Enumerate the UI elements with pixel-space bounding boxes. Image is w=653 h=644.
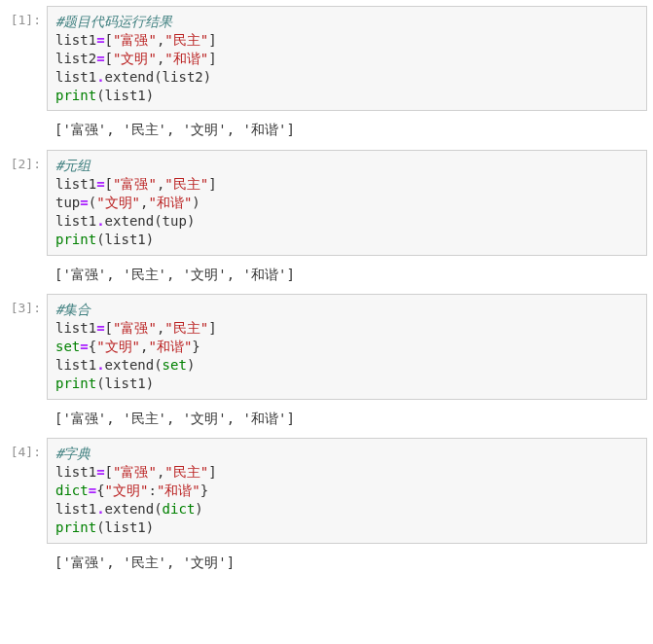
- token-fn: print: [55, 519, 96, 535]
- token-id: extend: [105, 213, 155, 229]
- token-pun: (: [154, 69, 162, 85]
- token-pun: :: [148, 483, 156, 498]
- token-op: .: [96, 357, 104, 373]
- output-cell: ['富强', '民主', '文明']: [0, 548, 647, 579]
- code-area[interactable]: #元组list1=["富强","民主"]tup=("文明","和谐")list1…: [47, 150, 647, 255]
- token-op: =: [96, 32, 104, 48]
- output-cell: ['富强', '民主', '文明', '和谐']: [0, 260, 647, 291]
- token-str: "民主": [164, 464, 208, 480]
- token-str: "民主": [164, 320, 208, 336]
- token-str: "富强": [113, 176, 157, 192]
- token-op: =: [80, 195, 88, 210]
- token-pun: (: [96, 232, 104, 247]
- code-line: print(list1): [55, 519, 638, 537]
- token-fn: print: [55, 376, 96, 391]
- code-line: #集合: [55, 301, 638, 319]
- token-fn: print: [55, 88, 96, 103]
- token-pun: ]: [208, 51, 216, 66]
- code-line: list1.extend(tup): [55, 212, 638, 231]
- token-op: =: [89, 483, 96, 498]
- token-str: "文明": [96, 195, 140, 210]
- code-line: list1.extend(list2): [55, 68, 638, 87]
- code-area[interactable]: #题目代码运行结果list1=["富强","民主"]list2=["文明","和…: [47, 6, 647, 111]
- token-pun: [: [105, 176, 113, 192]
- code-area[interactable]: #集合list1=["富强","民主"]set={"文明","和谐"}list1…: [47, 294, 647, 399]
- token-pun: (: [96, 376, 104, 391]
- token-op: =: [96, 176, 104, 192]
- token-pun: (: [96, 519, 104, 535]
- token-pun: (: [89, 195, 96, 210]
- output-area: ['富强', '民主', '文明']: [47, 548, 647, 579]
- token-pun: [: [105, 51, 113, 66]
- code-line: print(list1): [55, 87, 638, 105]
- output-cell: ['富强', '民主', '文明', '和谐']: [0, 115, 647, 146]
- token-id: list1: [105, 88, 146, 103]
- code-line: #题目代码运行结果: [55, 13, 638, 31]
- token-str: "富强": [113, 464, 157, 480]
- output-prompt: [0, 115, 47, 146]
- output-prompt: [0, 260, 47, 291]
- token-id: extend: [105, 357, 155, 373]
- input-prompt: [1]:: [0, 6, 47, 111]
- token-pun: ]: [208, 176, 216, 192]
- code-line: tup=("文明","和谐"): [55, 194, 638, 212]
- token-pun: ): [187, 213, 195, 229]
- cell-list: [1]:#题目代码运行结果list1=["富强","民主"]list2=["文明…: [0, 6, 647, 578]
- input-prompt: [4]:: [0, 438, 47, 543]
- token-pun: ): [146, 376, 154, 391]
- token-id: list2: [55, 51, 96, 66]
- token-pun: (: [154, 357, 162, 373]
- token-pun: (: [154, 501, 162, 517]
- token-str: "和谐": [157, 483, 200, 498]
- token-op: .: [96, 69, 104, 85]
- token-cmt: #元组: [55, 158, 91, 173]
- token-id: list1: [55, 357, 96, 373]
- token-id: extend: [105, 69, 155, 85]
- code-line: set={"文明","和谐"}: [55, 338, 638, 356]
- code-line: list1=["富强","民主"]: [55, 31, 638, 50]
- token-id: extend: [105, 501, 155, 517]
- token-id: list1: [55, 32, 96, 48]
- token-id: list1: [105, 519, 146, 535]
- output-cell: ['富强', '民主', '文明', '和谐']: [0, 404, 647, 435]
- token-pun: ): [146, 88, 154, 103]
- token-pun: ): [195, 501, 202, 517]
- token-op: .: [96, 501, 104, 517]
- token-pun: ): [146, 519, 154, 535]
- token-pun: {: [89, 339, 96, 354]
- code-area[interactable]: #字典list1=["富强","民主"]dict={"文明":"和谐"}list…: [47, 438, 647, 543]
- token-pun: [: [105, 464, 113, 480]
- token-str: "富强": [113, 32, 157, 48]
- token-id: list1: [55, 501, 96, 517]
- code-line: dict={"文明":"和谐"}: [55, 482, 638, 500]
- output-area: ['富强', '民主', '文明', '和谐']: [47, 404, 647, 435]
- token-str: "民主": [164, 32, 208, 48]
- token-id: list1: [55, 464, 96, 480]
- input-prompt: [3]:: [0, 294, 47, 399]
- token-pun: ): [146, 232, 154, 247]
- token-id: list2: [163, 69, 203, 85]
- token-cmt: #题目代码运行结果: [55, 14, 172, 29]
- token-str: "民主": [164, 176, 208, 192]
- token-id: list1: [105, 376, 146, 391]
- token-op: =: [96, 320, 104, 336]
- token-id: list1: [105, 232, 146, 247]
- output-area: ['富强', '民主', '文明', '和谐']: [47, 260, 647, 291]
- code-line: list2=["文明","和谐"]: [55, 50, 638, 68]
- token-op: .: [96, 213, 104, 229]
- code-line: list1.extend(dict): [55, 500, 638, 519]
- output-prompt: [0, 404, 47, 435]
- code-line: list1=["富强","民主"]: [55, 319, 638, 338]
- token-pun: [: [105, 320, 113, 336]
- output-prompt: [0, 548, 47, 579]
- token-str: "文明": [113, 51, 157, 66]
- token-str: "和谐": [164, 51, 208, 66]
- code-line: list1=["富强","民主"]: [55, 463, 638, 482]
- token-pun: {: [96, 483, 104, 498]
- input-cell: [4]:#字典list1=["富强","民主"]dict={"文明":"和谐"}…: [0, 438, 647, 543]
- code-line: list1=["富强","民主"]: [55, 175, 638, 194]
- token-pun: ): [203, 69, 211, 85]
- token-op: =: [80, 339, 88, 354]
- token-pun: ]: [208, 320, 216, 336]
- token-pun: (: [96, 88, 104, 103]
